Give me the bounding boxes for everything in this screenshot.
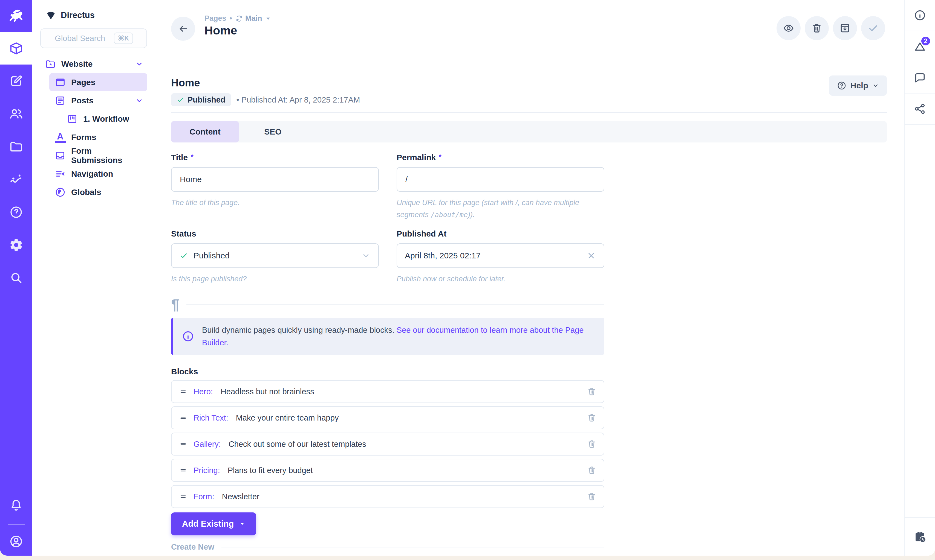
published-at-input-wrap[interactable]: April 8th, 2025 02:17 [397, 243, 604, 268]
add-existing-button[interactable]: Add Existing [171, 512, 256, 535]
revisions-count-badge: 2 [920, 35, 931, 46]
drag-handle-icon[interactable] [179, 415, 188, 421]
pilcrow-icon: ¶ [171, 297, 179, 312]
module-files[interactable] [0, 130, 32, 163]
notifications-button[interactable] [0, 489, 32, 522]
module-help[interactable] [0, 196, 32, 229]
directus-logo[interactable] [0, 0, 32, 32]
clear-button[interactable] [586, 251, 596, 261]
trash-icon[interactable] [587, 439, 597, 449]
breadcrumb-separator: • [230, 14, 232, 23]
module-settings[interactable] [0, 229, 32, 262]
nav-item-website[interactable]: Website [45, 55, 147, 73]
note-prefix: Unique URL for this page (start with /, … [397, 198, 579, 219]
tab-content[interactable]: Content [171, 121, 239, 143]
version-selector[interactable]: Main [235, 14, 272, 23]
module-search[interactable] [0, 262, 32, 294]
block-row-pricing[interactable]: Pricing: Plans to fit every budget [171, 459, 604, 482]
note-suffix: )). [468, 211, 475, 219]
comments-panel-button[interactable] [905, 62, 935, 94]
module-editor[interactable] [0, 65, 32, 97]
drag-handle-icon[interactable] [179, 441, 188, 447]
help-circle-icon [9, 205, 23, 219]
breadcrumb-collection[interactable]: Pages [204, 14, 226, 23]
fields-grid: Title The title of this page. Permalink [171, 153, 604, 285]
nav-item-label: Navigation [71, 169, 113, 178]
module-content[interactable] [0, 32, 32, 65]
nav-item-workflow[interactable]: 1. Workflow [49, 110, 147, 128]
archive-button[interactable] [833, 16, 857, 40]
select-chevron [361, 251, 370, 260]
create-new-divider [221, 547, 604, 548]
help-label: Help [850, 81, 868, 90]
info-panel-button[interactable] [905, 0, 935, 31]
rabbit-icon [8, 8, 25, 25]
field-published-at: Published At April 8th, 2025 02:17 Publi… [397, 229, 604, 285]
flows-panel-button[interactable] [905, 517, 935, 555]
info-banner: Build dynamic pages quickly using ready-… [171, 318, 604, 355]
block-row-gallery[interactable]: Gallery: Check out some of our latest te… [171, 432, 604, 455]
required-star-icon [438, 154, 442, 158]
help-button[interactable]: Help [829, 75, 887, 96]
box-icon [9, 41, 23, 55]
trash-icon[interactable] [587, 387, 597, 397]
tab-seo[interactable]: SEO [239, 121, 307, 143]
users-icon [9, 107, 23, 121]
permalink-input[interactable] [405, 174, 596, 184]
block-row-rich-text[interactable]: Rich Text: Make your entire team happy [171, 406, 604, 429]
drag-handle-icon[interactable] [179, 388, 188, 395]
tab-bar: Content SEO [171, 121, 887, 143]
status-badge: Published [171, 93, 231, 106]
check-icon [867, 22, 879, 34]
back-button[interactable] [171, 17, 195, 41]
breadcrumb: Pages • Main [204, 14, 272, 23]
global-search[interactable]: ⌘K [40, 28, 147, 48]
nav-item-globals[interactable]: Globals [49, 183, 147, 201]
shortcut-badge: ⌘K [114, 32, 133, 44]
caret-down-icon [239, 521, 245, 527]
delete-button[interactable] [805, 16, 829, 40]
field-title: Title The title of this page. [171, 153, 379, 221]
project-row[interactable]: Directus [32, 0, 152, 20]
field-label: Status [171, 229, 379, 239]
global-search-input[interactable] [54, 34, 109, 43]
block-title: Check out some of our latest templates [228, 440, 366, 449]
blocks-label: Blocks [171, 367, 904, 377]
chevron-down-icon [361, 251, 370, 260]
module-users[interactable] [0, 97, 32, 130]
block-row-form[interactable]: Form: Newsletter [171, 485, 604, 508]
trash-icon[interactable] [587, 465, 597, 475]
divider-field: ¶ [171, 297, 604, 312]
clipboard-clock-icon [913, 530, 927, 543]
content: Home Published • Published At: Apr 8, 20… [152, 55, 904, 555]
trash-icon[interactable] [587, 492, 597, 502]
nav-item-posts[interactable]: Posts [49, 91, 147, 110]
check-icon [177, 96, 184, 104]
revisions-panel-button[interactable]: 2 [905, 31, 935, 62]
preview-button[interactable] [776, 16, 801, 40]
field-label: Published At [397, 229, 604, 239]
save-button[interactable] [861, 16, 885, 40]
nav-item-form-submissions[interactable]: Form Submissions [49, 146, 147, 165]
note-code: /about/me [431, 211, 468, 219]
block-row-hero[interactable]: Hero: Headless but not brainless [171, 380, 604, 403]
nav-item-label: Forms [71, 132, 96, 142]
module-insights[interactable] [0, 163, 32, 196]
user-menu-button[interactable] [0, 527, 32, 555]
status-select[interactable]: Published [171, 243, 379, 268]
article-icon [55, 95, 66, 106]
nav-item-pages[interactable]: Pages [49, 73, 147, 91]
drag-handle-icon[interactable] [179, 493, 188, 500]
trash-icon[interactable] [587, 413, 597, 423]
block-type: Gallery: [193, 440, 221, 449]
field-label-text: Permalink [397, 153, 436, 162]
eye-icon [783, 22, 794, 34]
add-existing-label: Add Existing [182, 519, 234, 529]
comment-icon [913, 71, 926, 84]
title-input[interactable] [179, 174, 370, 184]
share-panel-button[interactable] [905, 94, 935, 125]
share-icon [913, 103, 926, 115]
drag-handle-icon[interactable] [179, 467, 188, 474]
nav-item-forms[interactable]: A Forms [49, 128, 147, 146]
nav-item-navigation[interactable]: Navigation [49, 165, 147, 183]
